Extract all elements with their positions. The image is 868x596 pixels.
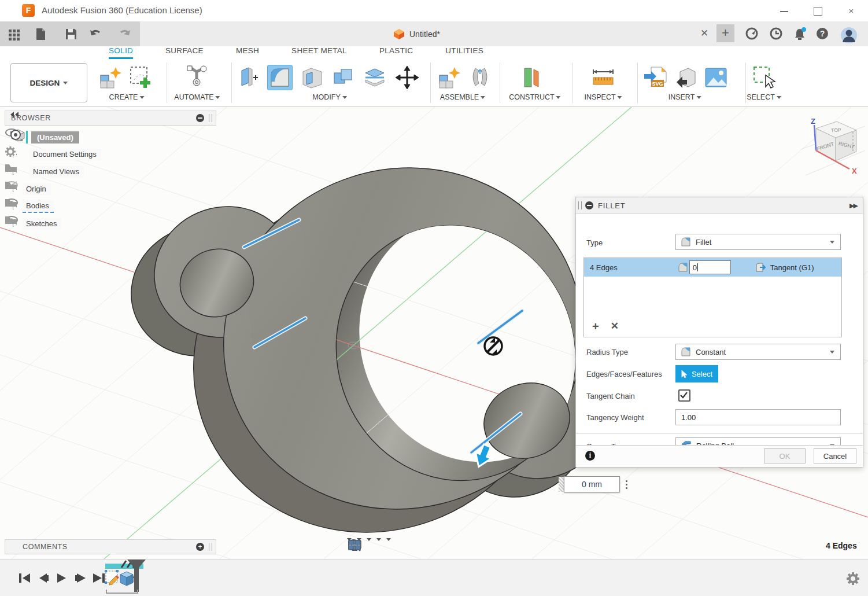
dimension-options-icon[interactable] bbox=[626, 480, 627, 489]
view-cube[interactable]: TOP FRONT RIGHT Z X bbox=[800, 115, 866, 178]
timeline-step-forward-icon[interactable] bbox=[74, 572, 87, 584]
extensions-icon[interactable] bbox=[745, 27, 759, 41]
radius-value: 0 bbox=[693, 263, 697, 272]
select-button[interactable]: Select bbox=[675, 365, 718, 382]
automate-icon[interactable] bbox=[184, 65, 209, 90]
timeline-scrubber[interactable] bbox=[126, 558, 147, 593]
fillet-dialog-header[interactable]: FILLET ▶▶ bbox=[576, 197, 863, 214]
grid-caret-icon[interactable] bbox=[376, 538, 381, 541]
tangency-weight-input[interactable]: 1.00 bbox=[675, 409, 841, 425]
timeline-play-icon[interactable] bbox=[56, 572, 68, 584]
browser-panel-header[interactable]: BROWSER bbox=[5, 111, 216, 126]
radius-type-dropdown[interactable]: Constant bbox=[675, 344, 841, 360]
fillet-edge-list[interactable]: 4 Edges 0 Tangent (G1) + ✕ bbox=[583, 257, 842, 337]
tab-sheet-metal[interactable]: SHEET METAL bbox=[291, 46, 347, 57]
new-component-icon[interactable] bbox=[437, 65, 463, 90]
collapse-panel-icon[interactable] bbox=[10, 111, 19, 118]
insert-group-label[interactable]: INSERT bbox=[668, 93, 701, 101]
create-solid-icon[interactable] bbox=[98, 65, 124, 90]
comments-panel-header[interactable]: COMMENTS + bbox=[5, 539, 216, 554]
browser-drag-grip[interactable] bbox=[209, 114, 212, 122]
timeline-go-end-icon[interactable] bbox=[93, 572, 105, 584]
browser-item-document-settings[interactable]: Document Settings bbox=[5, 146, 190, 163]
undo-icon[interactable] bbox=[88, 27, 103, 42]
insert-svg-icon[interactable]: SVG bbox=[643, 65, 668, 90]
add-comment-icon[interactable]: + bbox=[196, 543, 204, 551]
combine-icon[interactable] bbox=[331, 65, 356, 90]
browser-item-sketches[interactable]: Sketches bbox=[5, 215, 190, 233]
svg-text:?: ? bbox=[820, 29, 825, 38]
job-status-clock-icon[interactable] bbox=[769, 27, 783, 41]
add-edge-set-icon[interactable]: + bbox=[592, 321, 599, 332]
tab-mesh[interactable]: MESH bbox=[236, 46, 259, 57]
activate-radio-icon[interactable] bbox=[9, 128, 22, 141]
dialog-minimize-icon[interactable] bbox=[585, 201, 593, 209]
type-dropdown[interactable]: Fillet bbox=[675, 234, 841, 250]
construct-group-label[interactable]: CONSTRUCT bbox=[509, 93, 560, 101]
insert-canvas-icon[interactable] bbox=[703, 65, 729, 90]
viewports-caret-icon[interactable] bbox=[386, 538, 391, 541]
measure-icon[interactable] bbox=[590, 65, 616, 90]
info-icon[interactable]: i bbox=[585, 451, 595, 461]
ok-button[interactable]: OK bbox=[764, 448, 806, 463]
automate-group-label[interactable]: AUTOMATE bbox=[174, 93, 220, 101]
shell-icon[interactable] bbox=[300, 65, 325, 90]
root-document-label[interactable]: (Unsaved) bbox=[31, 131, 79, 144]
create-group-label[interactable]: CREATE bbox=[109, 93, 145, 101]
file-menu-icon[interactable] bbox=[33, 27, 48, 42]
tab-surface[interactable]: SURFACE bbox=[165, 46, 204, 57]
notifications-bell-icon[interactable] bbox=[792, 27, 806, 41]
edge-set-row[interactable]: 4 Edges 0 Tangent (G1) bbox=[584, 258, 841, 277]
inspect-group-label[interactable]: INSPECT bbox=[584, 93, 622, 101]
design-workspace-button[interactable]: DESIGN bbox=[10, 63, 87, 102]
redo-icon[interactable] bbox=[117, 27, 132, 42]
document-tab-close-icon[interactable]: ✕ bbox=[699, 28, 710, 39]
joint-icon[interactable] bbox=[467, 65, 493, 90]
create-sketch-icon[interactable] bbox=[128, 65, 154, 90]
select-tool-icon[interactable] bbox=[752, 65, 777, 90]
close-button-icon[interactable]: × bbox=[846, 6, 856, 16]
split-body-icon[interactable] bbox=[362, 65, 387, 90]
browser-item-named-views[interactable]: Named Views bbox=[5, 163, 190, 181]
press-pull-icon[interactable] bbox=[237, 65, 263, 90]
browser-item-bodies[interactable]: Bodies bbox=[5, 198, 190, 215]
tab-solid[interactable]: SOLID bbox=[109, 46, 133, 59]
minimize-button-icon[interactable] bbox=[779, 6, 789, 16]
timeline-settings-gear-icon[interactable] bbox=[845, 571, 860, 586]
comments-drag-grip[interactable] bbox=[209, 543, 212, 551]
new-tab-button[interactable]: + bbox=[716, 24, 734, 42]
profile-avatar[interactable] bbox=[840, 27, 854, 41]
edges-faces-label: Edges/Faces/Features bbox=[586, 370, 662, 378]
dialog-drag-grip[interactable] bbox=[578, 201, 582, 209]
browser-root-row[interactable]: (Unsaved) bbox=[5, 128, 190, 146]
dimension-input[interactable]: 0 mm bbox=[564, 476, 620, 492]
browser-item-origin[interactable]: Origin bbox=[5, 181, 190, 198]
radius-value-input[interactable]: 0 bbox=[689, 260, 731, 274]
construct-plane-icon[interactable] bbox=[519, 65, 544, 90]
fillet-tool-icon[interactable] bbox=[267, 65, 293, 90]
insert-derive-icon[interactable] bbox=[673, 65, 699, 90]
document-tab[interactable]: Untitled* bbox=[393, 21, 440, 46]
display-caret-icon[interactable] bbox=[367, 538, 371, 541]
move-copy-icon[interactable] bbox=[394, 65, 420, 90]
dimension-drag-grip[interactable] bbox=[559, 477, 564, 492]
viewcube-top-label[interactable]: TOP bbox=[831, 127, 841, 133]
tab-utilities[interactable]: UTILITIES bbox=[445, 46, 483, 57]
modify-group-label[interactable]: MODIFY bbox=[312, 93, 347, 101]
dialog-dock-icon[interactable]: ▶▶ bbox=[849, 202, 857, 209]
browser-minimize-icon[interactable] bbox=[196, 114, 204, 122]
assemble-group-label[interactable]: ASSEMBLE bbox=[440, 93, 485, 101]
cancel-button[interactable]: Cancel bbox=[814, 448, 856, 463]
viewports-icon[interactable] bbox=[347, 538, 362, 552]
continuity-value[interactable]: Tangent (G1) bbox=[770, 263, 814, 272]
save-icon[interactable] bbox=[64, 27, 79, 42]
tangent-chain-checkbox[interactable] bbox=[678, 389, 690, 402]
maximize-button-icon[interactable] bbox=[812, 6, 823, 16]
remove-edge-set-icon[interactable]: ✕ bbox=[611, 321, 619, 332]
app-grid-icon[interactable] bbox=[7, 27, 22, 42]
select-group-label[interactable]: SELECT bbox=[747, 93, 781, 101]
help-icon[interactable]: ? bbox=[815, 27, 829, 41]
tab-plastic[interactable]: PLASTIC bbox=[379, 46, 413, 57]
timeline-go-start-icon[interactable] bbox=[19, 572, 31, 584]
timeline-step-back-icon[interactable] bbox=[37, 572, 50, 584]
